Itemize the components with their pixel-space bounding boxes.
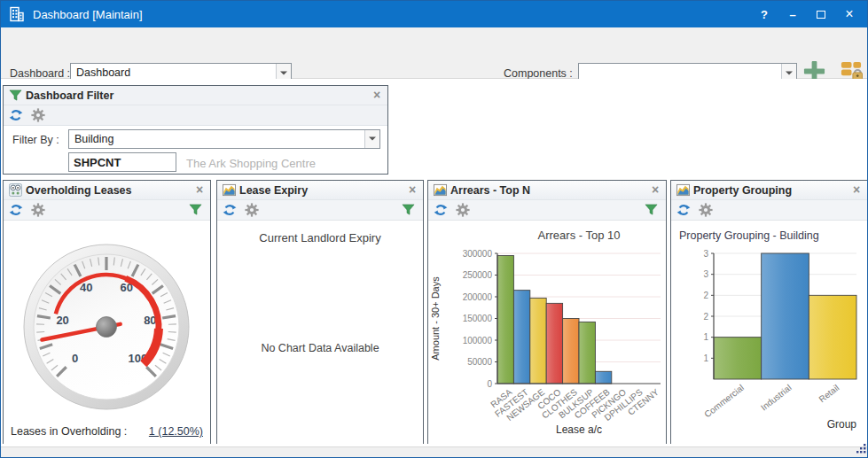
filter-by-select-arrow[interactable] [364, 130, 379, 148]
refresh-icon[interactable] [676, 203, 691, 217]
svg-text:Amount - 30+ Days: Amount - 30+ Days [430, 276, 441, 361]
gauge-icon [9, 183, 22, 197]
filter-icon [9, 89, 22, 102]
arrears-panel: Arrears - Top N × Arrears - Top 10Amount… [427, 180, 667, 444]
refresh-icon[interactable] [223, 203, 237, 217]
funnel-icon[interactable] [645, 203, 659, 217]
filter-by-label: Filter By : [12, 134, 59, 146]
overholding-close-icon[interactable]: × [192, 183, 207, 198]
dashboard-canvas: Dashboard Filter × Filter By : Building … [1, 79, 868, 446]
filter-code-input[interactable] [68, 152, 176, 172]
chart-icon [223, 183, 236, 197]
svg-text:150000: 150000 [463, 314, 493, 323]
filter-by-value: Building [69, 130, 364, 148]
title-bar: Dashboard [Maintain] ? – × [1, 1, 867, 27]
dashboard-label: Dashboard : [10, 67, 70, 80]
svg-text:Property Grouping - Building: Property Grouping - Building [679, 229, 819, 242]
no-data-message: No Chart Data Available [217, 342, 423, 354]
building-icon [8, 5, 26, 23]
overholding-panel-title: Overholding Leases [26, 184, 192, 197]
overholding-gauge: 020406080100 [4, 221, 210, 417]
dashboard-filter-panel: Dashboard Filter × Filter By : Building … [3, 85, 388, 175]
property-grouping-chart: Property Grouping - Building112233Commer… [671, 221, 867, 444]
gear-icon[interactable] [699, 203, 713, 217]
svg-text:Group: Group [827, 418, 857, 431]
app-window: Dashboard [Maintain] ? – × Dashboard : D… [0, 0, 868, 458]
svg-text:Arrears - Top 10: Arrears - Top 10 [538, 229, 621, 242]
lease-expiry-panel: Lease Expiry × Current Landlord Expiry N… [216, 180, 424, 444]
svg-text:2: 2 [703, 291, 708, 300]
funnel-icon[interactable] [189, 203, 203, 217]
gear-icon[interactable] [456, 203, 470, 217]
svg-text:300000: 300000 [463, 249, 493, 259]
resize-grip[interactable] [856, 442, 867, 458]
refresh-icon[interactable] [9, 203, 23, 217]
status-bar [1, 446, 868, 458]
svg-text:20: 20 [56, 314, 68, 327]
lease-expiry-panel-title: Lease Expiry [239, 184, 405, 197]
main-toolbar: Dashboard : Dashboard Components : Add L… [1, 27, 867, 79]
svg-text:1: 1 [703, 353, 708, 363]
svg-text:250000: 250000 [463, 270, 493, 280]
close-button[interactable]: × [835, 1, 864, 27]
chart-icon [434, 183, 447, 197]
svg-text:200000: 200000 [463, 292, 493, 302]
svg-text:50000: 50000 [467, 357, 492, 367]
refresh-icon[interactable] [9, 108, 23, 122]
lease-expiry-close-icon[interactable]: × [405, 183, 419, 198]
arrears-chart: Arrears - Top 10Amount - 30+ Days0500001… [428, 221, 666, 444]
overholding-leases-panel: Overholding Leases × 020406080100 Leases… [3, 180, 211, 444]
svg-text:Commercial: Commercial [702, 383, 746, 420]
arrears-close-icon[interactable]: × [648, 183, 662, 198]
svg-text:3: 3 [703, 249, 708, 259]
filter-by-select[interactable]: Building [68, 129, 380, 149]
arrears-panel-title: Arrears - Top N [450, 184, 648, 197]
svg-text:100000: 100000 [463, 336, 493, 345]
components-label: Components : [504, 67, 573, 80]
svg-text:0: 0 [487, 379, 492, 389]
svg-text:0: 0 [72, 352, 78, 365]
maximize-button[interactable] [807, 1, 835, 27]
property-grouping-panel-title: Property Grouping [693, 184, 849, 197]
refresh-icon[interactable] [434, 203, 448, 217]
filter-code-description: The Ark Shopping Centre [186, 157, 316, 170]
minimize-button[interactable]: – [778, 1, 807, 27]
property-grouping-panel: Property Grouping × Property Grouping - … [670, 180, 868, 444]
filter-panel-close-icon[interactable]: × [370, 89, 384, 103]
property-grouping-close-icon[interactable]: × [849, 183, 864, 198]
funnel-icon[interactable] [402, 203, 416, 217]
svg-text:1: 1 [703, 332, 708, 342]
chart-icon [676, 183, 690, 197]
svg-text:Retail: Retail [817, 383, 841, 404]
filter-panel-title: Dashboard Filter [26, 89, 370, 102]
svg-text:Lease a/c: Lease a/c [556, 423, 602, 436]
gear-icon[interactable] [31, 203, 45, 217]
help-button[interactable]: ? [750, 1, 778, 27]
overholding-footer-label: Leases in Overholding : [11, 425, 127, 438]
svg-text:2: 2 [703, 312, 708, 322]
overholding-count-link[interactable]: 1 (12.50%) [149, 425, 203, 438]
svg-text:3: 3 [703, 269, 708, 279]
maximize-icon [817, 11, 825, 19]
gear-icon[interactable] [245, 203, 259, 217]
window-title: Dashboard [Maintain] [33, 8, 143, 21]
svg-text:Industrial: Industrial [759, 383, 794, 413]
lease-expiry-chart-title: Current Landlord Expiry [217, 231, 423, 245]
gear-icon[interactable] [31, 108, 45, 122]
